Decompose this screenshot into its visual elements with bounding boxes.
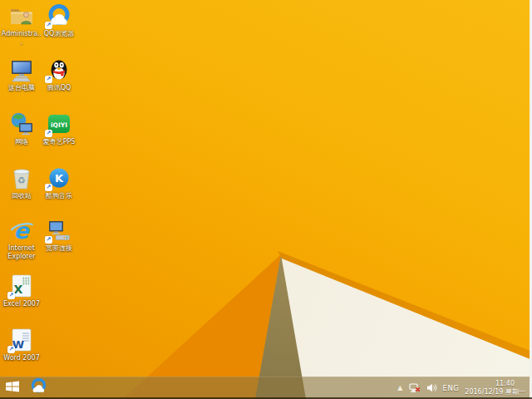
taskbar-pinned-qq-browser[interactable]: [25, 377, 52, 399]
language-indicator[interactable]: ENG: [443, 384, 460, 392]
desktop-icon-label: Word 2007: [0, 354, 43, 362]
recycle-bin-icon: ♻: [9, 165, 34, 190]
taskbar: ▲ ENG 11:40 2016/12/19 星期一: [0, 377, 532, 399]
clock-time: 11:40: [465, 380, 525, 388]
shortcut-arrow-icon: ↗: [7, 346, 15, 353]
desktop-icon-area: Administra...↗QQ浏览器这台电脑↗腾讯QQ网络iQIYI↗爱奇艺P…: [0, 0, 532, 377]
svg-text:K: K: [55, 172, 64, 185]
iqiyi-pps-icon: iQIYI↗: [47, 111, 71, 136]
desktop-icon-label: 酷狗音乐: [37, 192, 81, 200]
excel-2007-icon: X↗: [9, 273, 34, 298]
desktop-icon-label: Excel 2007: [0, 300, 43, 308]
word-2007-icon: W↗: [9, 328, 34, 352]
desktop-icon-label: QQ浏览器: [37, 30, 81, 38]
desktop-icon-tencent-qq[interactable]: ↗腾讯QQ: [37, 57, 81, 92]
shortcut-arrow-icon: ↗: [45, 236, 52, 244]
shortcut-arrow-icon: ↗: [7, 292, 15, 299]
this-pc-icon: [9, 57, 34, 82]
desktop-icon-qq-browser[interactable]: ↗QQ浏览器: [37, 3, 81, 38]
svg-text:e: e: [13, 218, 30, 243]
network-icon: [9, 111, 34, 136]
svg-text:iQIYI: iQIYI: [51, 121, 67, 129]
windows-desktop: Administra...↗QQ浏览器这台电脑↗腾讯QQ网络iQIYI↗爱奇艺P…: [0, 0, 532, 399]
desktop-icon-kugou-music[interactable]: K↗酷狗音乐: [37, 165, 81, 200]
desktop-icon-label: 爱奇艺PPS: [37, 138, 81, 146]
system-tray: ▲ ENG 11:40 2016/12/19 星期一: [397, 377, 532, 399]
svg-text:♻: ♻: [17, 175, 26, 186]
broadband-icon: ↗: [47, 218, 71, 243]
internet-explorer-icon: e: [9, 218, 34, 243]
tencent-qq-icon: ↗: [47, 57, 71, 82]
desktop-icon-iqiyi-pps[interactable]: iQIYI↗爱奇艺PPS: [37, 111, 81, 146]
administrator-icon: [9, 3, 34, 28]
desktop-icon-label: 腾讯QQ: [37, 84, 81, 92]
network-disconnected-icon[interactable]: [409, 383, 421, 393]
svg-text:X: X: [14, 283, 23, 296]
desktop-icon-label: 宽带连接: [37, 244, 81, 253]
volume-icon[interactable]: [426, 383, 437, 392]
shortcut-arrow-icon: ↗: [45, 130, 52, 137]
qq-browser-icon: [30, 377, 47, 398]
shortcut-arrow-icon: ↗: [45, 76, 52, 83]
desktop-icon-excel-2007[interactable]: X↗Excel 2007: [0, 273, 43, 308]
shortcut-arrow-icon: ↗: [45, 22, 52, 29]
clock-date: 2016/12/19 星期一: [465, 388, 525, 397]
qq-browser-icon: ↗: [47, 3, 71, 28]
kugou-music-icon: K↗: [47, 165, 71, 190]
shortcut-arrow-icon: ↗: [45, 184, 52, 191]
desktop-icon-word-2007[interactable]: W↗Word 2007: [0, 328, 43, 362]
start-button[interactable]: [0, 377, 25, 399]
tray-expand-chevron-icon[interactable]: ▲: [397, 384, 402, 392]
taskbar-clock[interactable]: 11:40 2016/12/19 星期一: [465, 380, 525, 396]
windows-logo-icon: [6, 380, 19, 396]
desktop-icon-broadband[interactable]: ↗宽带连接: [37, 218, 81, 253]
